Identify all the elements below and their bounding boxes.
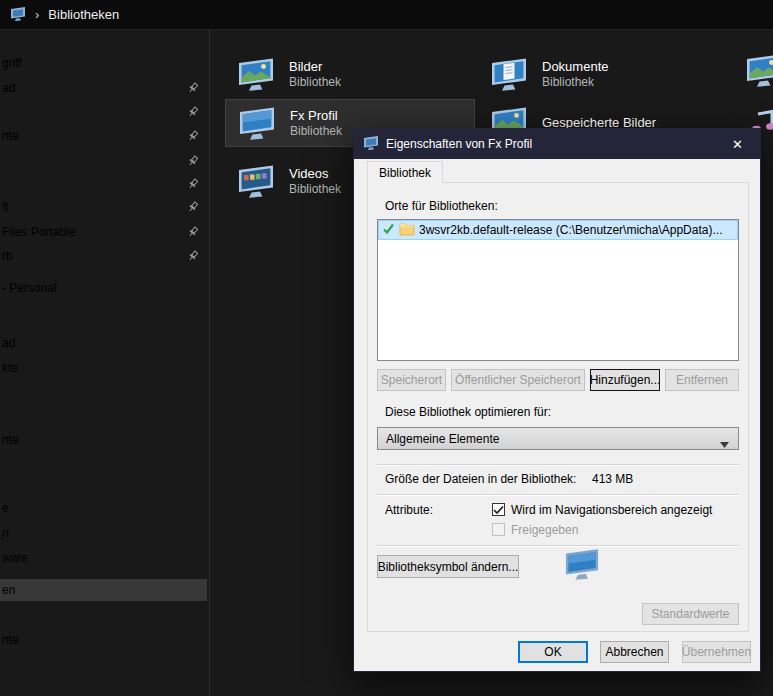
sidebar-item[interactable] [0, 101, 207, 123]
locations-label: Orte für Bibliotheken: [385, 199, 498, 213]
change-library-icon-button[interactable]: Bibliotheksymbol ändern... [377, 555, 519, 578]
nav-pane-checkbox-label: Wird im Navigationsbereich angezeigt [511, 503, 712, 517]
abbrechen-button[interactable]: Abbrechen [600, 641, 669, 663]
sidebar-item[interactable]: n [0, 522, 207, 544]
sidebar-item-selected[interactable]: en [0, 579, 207, 601]
library-tile-dokumente[interactable]: DokumenteBibliothek [478, 50, 728, 98]
sidebar-item[interactable]: ft [0, 196, 207, 218]
tab-page: Orte für Bibliotheken: 3wsvr2kb.default-… [367, 182, 749, 632]
sidebar-item[interactable]: ad [0, 332, 207, 354]
attributes-label: Attribute: [385, 503, 433, 517]
separator [377, 494, 739, 495]
location-item-selected[interactable]: 3wsvr2kb.default-release (C:\Benutzer\mi… [378, 220, 738, 240]
optimize-dropdown[interactable]: Allgemeine Elemente [377, 427, 739, 450]
sidebar-item-label: n [2, 526, 9, 540]
sidebar-item-label: - Personal [2, 281, 57, 295]
size-label: Größe der Dateien in der Bibliothek: [385, 472, 576, 486]
chevron-down-icon [720, 437, 729, 451]
sidebar-item[interactable]: - Personal [0, 277, 207, 299]
library-tile-bilder[interactable]: BilderBibliothek [225, 50, 475, 98]
sidebar-item-label: e [2, 501, 9, 515]
videos-library-icon [237, 163, 275, 199]
separator [377, 545, 739, 546]
pin-icon[interactable] [187, 155, 199, 170]
sidebar-item-label: kte [2, 361, 18, 375]
library-locations-list[interactable]: 3wsvr2kb.default-release (C:\Benutzer\mi… [377, 219, 739, 361]
tile-title: Fx Profil [290, 108, 342, 124]
sidebar-item-label: ware [2, 551, 28, 565]
sidebar-item-label: en [2, 583, 15, 597]
oeffentlicher-speicherort-button[interactable]: Öffentlicher Speicherort [451, 369, 585, 391]
sidebar-item[interactable]: kte [0, 357, 207, 379]
sidebar-item[interactable]: nte [0, 629, 207, 651]
dialog-title: Eigenschaften von Fx Profil [386, 137, 532, 151]
tile-subtitle: Bibliothek [289, 182, 341, 197]
tile-subtitle: Bibliothek [290, 124, 342, 139]
sidebar-item-label: rb [2, 249, 13, 263]
sidebar-item[interactable]: rb [0, 245, 207, 267]
sidebar-item[interactable]: ad [0, 77, 207, 99]
tile-title: Bilder [289, 59, 341, 75]
separator [377, 464, 739, 465]
optimize-label: Diese Bibliothek optimieren für: [385, 405, 551, 419]
sidebar-item-label: griff [2, 56, 22, 70]
tile-title: Dokumente [542, 59, 608, 75]
pin-icon[interactable] [187, 201, 199, 216]
close-icon[interactable]: ✕ [715, 129, 760, 159]
sidebar-item[interactable] [0, 150, 207, 172]
sidebar-item-label: Files Portable [2, 225, 75, 239]
cropped-library-icon [745, 52, 773, 92]
dialog-titlebar[interactable]: Eigenschaften von Fx Profil ✕ [354, 129, 760, 159]
sidebar-item[interactable]: ware [0, 547, 207, 569]
pin-icon[interactable] [187, 250, 199, 265]
ok-button[interactable]: OK [518, 641, 588, 663]
sidebar-item[interactable]: griff [0, 52, 207, 74]
sidebar-item[interactable]: Files Portable [0, 221, 207, 243]
libraries-icon [10, 5, 26, 25]
library-icon-preview [564, 547, 600, 585]
standardwerte-button[interactable]: Standardwerte [642, 603, 739, 625]
tile-title: Videos [289, 166, 341, 182]
sidebar-item[interactable]: nte [0, 125, 207, 147]
tile-subtitle: Bibliothek [542, 75, 608, 90]
sidebar-item[interactable]: e [0, 497, 207, 519]
sidebar-item-label: nte [2, 129, 19, 143]
sidebar-item-label: nte [2, 433, 19, 447]
location-item-text: 3wsvr2kb.default-release (C:\Benutzer\mi… [419, 223, 722, 237]
properties-dialog: Eigenschaften von Fx Profil ✕ Bibliothek… [353, 128, 761, 672]
sidebar-item-label: nte [2, 633, 19, 647]
explorer-window: › Bibliotheken griff ad nte ft Files Por… [0, 0, 773, 696]
library-icon [238, 105, 276, 141]
entfernen-button[interactable]: Entfernen [665, 369, 739, 391]
speicherort-button[interactable]: Speicherort [377, 369, 446, 391]
library-icon [363, 134, 379, 154]
pictures-library-icon [237, 56, 275, 92]
shared-checkbox-unchecked[interactable] [492, 523, 505, 536]
shared-checkbox-label: Freigegeben [511, 523, 578, 537]
pin-icon[interactable] [187, 178, 199, 193]
pin-icon[interactable] [187, 82, 199, 97]
pin-icon[interactable] [187, 226, 199, 241]
optimize-dropdown-value: Allgemeine Elemente [386, 432, 499, 446]
nav-pane-checkbox-checked[interactable] [492, 503, 505, 516]
sidebar-item-label: ad [2, 336, 15, 350]
folder-icon [399, 222, 415, 239]
pin-icon[interactable] [187, 106, 199, 121]
pin-icon[interactable] [187, 130, 199, 145]
uebernehmen-button[interactable]: Übernehmen [682, 641, 751, 663]
sidebar-item-label: ft [2, 200, 9, 214]
address-bar: › Bibliotheken [0, 0, 773, 30]
sidebar-item[interactable] [0, 173, 207, 195]
sidebar-item-label: ad [2, 81, 15, 95]
breadcrumb-chevron-icon[interactable]: › [35, 8, 39, 21]
documents-library-icon [490, 56, 528, 92]
sidebar-item[interactable]: nte [0, 429, 207, 451]
breadcrumb[interactable]: Bibliotheken [48, 7, 119, 22]
default-location-check-icon [382, 222, 395, 238]
hinzufuegen-button[interactable]: Hinzufügen... [590, 369, 660, 391]
sidebar: griff ad nte ft Files Portable rb - Pers… [0, 30, 210, 696]
tile-subtitle: Bibliothek [289, 75, 341, 90]
size-value: 413 MB [592, 472, 633, 486]
tab-bibliothek[interactable]: Bibliothek [367, 161, 443, 183]
